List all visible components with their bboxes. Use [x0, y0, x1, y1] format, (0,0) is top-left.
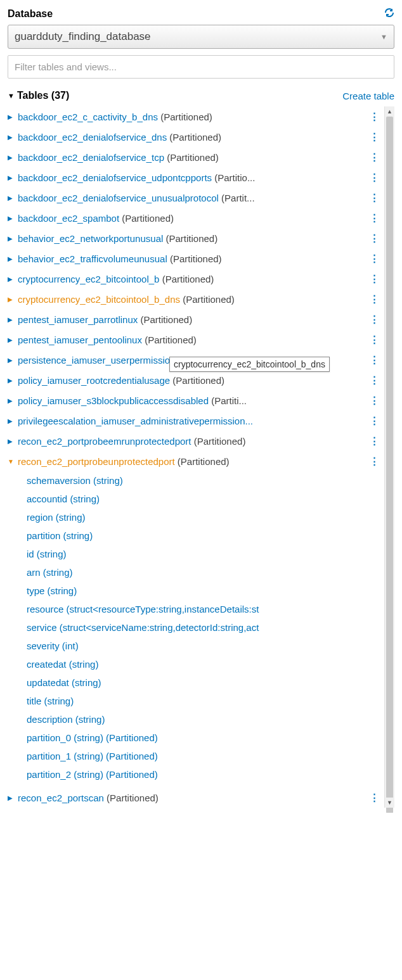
table-row[interactable]: ▶backdoor_ec2_c_cactivity_b_dns (Partiti… [8, 106, 382, 127]
refresh-icon[interactable] [384, 8, 394, 20]
table-row[interactable]: ▶pentest_iamuser_parrotlinux (Partitione… [8, 309, 382, 329]
table-menu-icon[interactable]: ⋮ [367, 273, 382, 284]
caret-down-icon: ▼ [8, 92, 15, 99]
caret-right-icon[interactable]: ▶ [8, 377, 14, 384]
table-menu-icon[interactable]: ⋮ [367, 354, 382, 366]
table-menu-icon[interactable]: ⋮ [367, 455, 382, 467]
scroll-down-icon[interactable]: ▼ [385, 798, 394, 808]
caret-right-icon[interactable]: ▶ [8, 194, 14, 201]
caret-right-icon[interactable]: ▶ [8, 113, 14, 120]
table-name: backdoor_ec2_spambot (Partitioned) [18, 213, 363, 224]
table-row[interactable]: ▶policy_iamuser_s3blockpublicaccessdisab… [8, 390, 382, 410]
table-name: backdoor_ec2_denialofservice_dns (Partit… [18, 132, 363, 143]
table-row[interactable]: ▶backdoor_ec2_denialofservice_dns (Parti… [8, 127, 382, 147]
tables-toggle[interactable]: ▼ Tables (37) [8, 90, 69, 101]
column-row[interactable]: partition_0 (string) (Partitioned) [27, 729, 382, 747]
table-row[interactable]: ▶pentest_iamuser_pentoolinux (Partitione… [8, 329, 382, 350]
column-row[interactable]: id (string) [27, 545, 382, 563]
table-row[interactable]: ▶recon_ec2_portscan (Partitioned)⋮ [8, 787, 382, 808]
table-menu-icon[interactable]: ⋮ [367, 131, 382, 143]
table-menu-icon[interactable]: ⋮ [367, 415, 382, 426]
table-name: backdoor_ec2_denialofservice_unusualprot… [18, 193, 363, 203]
caret-right-icon[interactable]: ▶ [8, 357, 14, 364]
table-menu-icon[interactable]: ⋮ [367, 111, 382, 122]
table-name: recon_ec2_portprobeunprotectedport (Part… [18, 456, 363, 467]
caret-right-icon[interactable]: ▶ [8, 134, 14, 141]
table-menu-icon[interactable]: ⋮ [367, 293, 382, 305]
table-row[interactable]: ▶backdoor_ec2_spambot (Partitioned)⋮ [8, 208, 382, 228]
caret-right-icon[interactable]: ▶ [8, 255, 14, 262]
table-menu-icon[interactable]: ⋮ [367, 435, 382, 447]
table-menu-icon[interactable]: ⋮ [367, 374, 382, 386]
caret-right-icon[interactable]: ▶ [8, 174, 14, 181]
scrollbar[interactable]: ▲ ▼ [384, 106, 394, 808]
table-menu-icon[interactable]: ⋮ [367, 212, 382, 224]
caret-right-icon[interactable]: ▶ [8, 154, 14, 161]
caret-right-icon[interactable]: ▶ [8, 336, 14, 343]
caret-right-icon[interactable]: ▶ [8, 397, 14, 404]
caret-right-icon[interactable]: ▶ [8, 296, 14, 303]
caret-right-icon[interactable]: ▶ [8, 276, 14, 283]
table-menu-icon[interactable]: ⋮ [367, 792, 382, 803]
table-row[interactable]: ▶behavior_ec2_trafficvolumeunusual (Part… [8, 248, 382, 269]
column-row[interactable]: arn (string) [27, 563, 382, 582]
create-table-link[interactable]: Create table [342, 91, 394, 101]
table-row[interactable]: ▶cryptocurrency_ec2_bitcointool_b (Parti… [8, 269, 382, 289]
caret-right-icon[interactable]: ▶ [8, 235, 14, 242]
table-menu-icon[interactable]: ⋮ [367, 314, 382, 325]
column-row[interactable]: partition (string) [27, 526, 382, 545]
table-name: pentest_iamuser_parrotlinux (Partitioned… [18, 314, 363, 325]
column-row[interactable]: type (string) [27, 582, 382, 600]
table-row[interactable]: ▶backdoor_ec2_denialofservice_unusualpro… [8, 188, 382, 208]
database-select[interactable]: guardduty_finding_database ▼ [8, 25, 394, 49]
database-select-value: guardduty_finding_database [15, 30, 151, 43]
column-list: schemaversion (string)accountid (string)… [8, 471, 382, 787]
scroll-up-icon[interactable]: ▲ [385, 106, 394, 117]
filter-tables-input[interactable] [8, 55, 394, 79]
table-name: privilegeescalation_iamuser_administrati… [18, 416, 363, 426]
caret-right-icon[interactable]: ▶ [8, 215, 14, 222]
table-row[interactable]: ▼recon_ec2_portprobeunprotectedport (Par… [8, 451, 382, 471]
table-row[interactable]: ▶backdoor_ec2_denialofservice_udpontcppo… [8, 167, 382, 188]
column-row[interactable]: updatedat (string) [27, 673, 382, 692]
caret-down-icon[interactable]: ▼ [8, 458, 14, 465]
table-name: behavior_ec2_trafficvolumeunusual (Parti… [18, 253, 363, 264]
table-menu-icon[interactable]: ⋮ [367, 151, 382, 163]
caret-right-icon[interactable]: ▶ [8, 316, 14, 323]
table-menu-icon[interactable]: ⋮ [367, 253, 382, 264]
column-row[interactable]: service (struct<serviceName:string,detec… [27, 618, 382, 637]
table-menu-icon[interactable]: ⋮ [367, 192, 382, 203]
column-row[interactable]: schemaversion (string) [27, 471, 382, 490]
table-row[interactable]: ▶cryptocurrency_ec2_bitcointool_b_dns (P… [8, 289, 382, 309]
caret-right-icon[interactable]: ▶ [8, 794, 14, 801]
table-menu-icon[interactable]: ⋮ [367, 172, 382, 183]
column-row[interactable]: severity (int) [27, 637, 382, 655]
table-menu-icon[interactable]: ⋮ [367, 395, 382, 406]
caret-right-icon[interactable]: ▶ [8, 438, 14, 445]
table-name: pentest_iamuser_pentoolinux (Partitioned… [18, 334, 363, 345]
caret-right-icon[interactable]: ▶ [8, 417, 14, 424]
table-row[interactable]: ▶recon_ec2_portprobeemrunprotectedport (… [8, 431, 382, 451]
column-row[interactable]: region (string) [27, 508, 382, 526]
table-name: policy_iamuser_s3blockpublicaccessdisabl… [18, 395, 363, 406]
table-row[interactable]: ▶policy_iamuser_rootcredentialusage (Par… [8, 370, 382, 390]
table-row[interactable]: ▶backdoor_ec2_denialofservice_tcp (Parti… [8, 147, 382, 167]
table-menu-icon[interactable]: ⋮ [367, 232, 382, 244]
database-title: Database [8, 8, 53, 20]
column-row[interactable]: createdat (string) [27, 655, 382, 673]
column-row[interactable]: resource (struct<resourceType:string,ins… [27, 600, 382, 618]
table-row[interactable]: ▶behavior_ec2_networkportunusual (Partit… [8, 228, 382, 248]
table-name: cryptocurrency_ec2_bitcointool_b (Partit… [18, 274, 363, 284]
table-name: cryptocurrency_ec2_bitcointool_b_dns (Pa… [18, 294, 363, 305]
tables-label: Tables (37) [17, 90, 69, 101]
column-row[interactable]: accountid (string) [27, 490, 382, 508]
column-row[interactable]: title (string) [27, 692, 382, 710]
column-row[interactable]: description (string) [27, 710, 382, 729]
table-menu-icon[interactable]: ⋮ [367, 334, 382, 345]
table-name: backdoor_ec2_denialofservice_tcp (Partit… [18, 152, 363, 163]
scrollbar-thumb[interactable] [386, 117, 393, 813]
column-row[interactable]: partition_2 (string) (Partitioned) [27, 765, 382, 784]
table-row[interactable]: ▶privilegeescalation_iamuser_administrat… [8, 410, 382, 431]
column-row[interactable]: partition_1 (string) (Partitioned) [27, 747, 382, 765]
table-name: backdoor_ec2_c_cactivity_b_dns (Partitio… [18, 111, 363, 122]
